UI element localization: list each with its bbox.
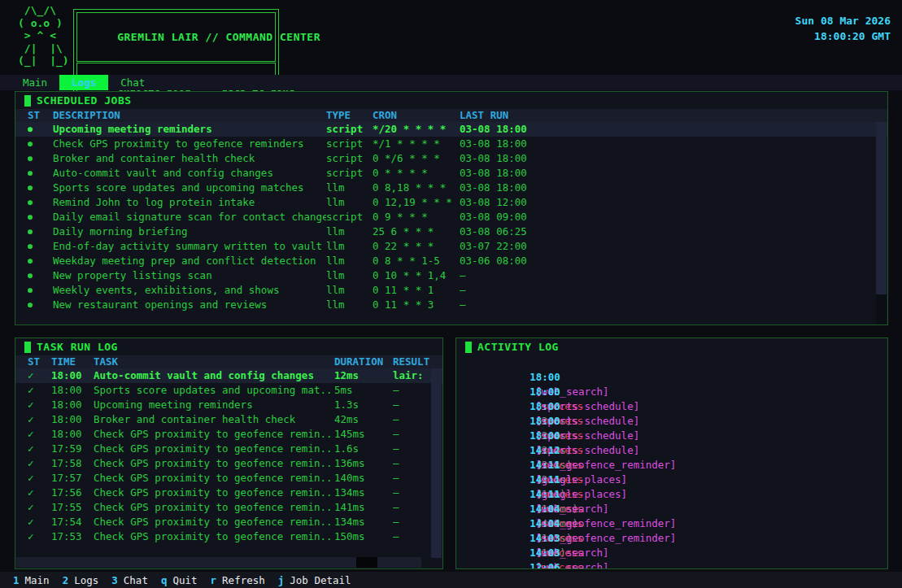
- activity-time: 18:00: [529, 371, 560, 383]
- scheduled-job-row[interactable]: ● Weekday meeting prep and conflict dete…: [15, 254, 887, 268]
- scheduled-job-row[interactable]: ● Upcoming meeting reminders script */20…: [15, 122, 887, 137]
- scheduled-job-row[interactable]: ● Daily morning briefing llm 25 6 * * * …: [15, 224, 887, 239]
- job-description: New restaurant openings and reviews: [53, 298, 326, 312]
- shortcut-key: 3: [111, 574, 118, 586]
- task-time: 18:00: [51, 383, 94, 398]
- jobs-vertical-scrollbar[interactable]: [876, 122, 887, 324]
- shortcut-label: Job Detail: [290, 574, 351, 586]
- shortcut-key: 1: [13, 574, 20, 586]
- col-duration: DURATION: [334, 355, 393, 368]
- job-type: llm: [326, 224, 373, 239]
- task-run-row[interactable]: ✓ 18:00 Broker and container health chec…: [15, 412, 442, 427]
- job-cron: 0 */6 * * *: [373, 151, 460, 166]
- task-run-row[interactable]: ✓ 18:00 Check GPS proximity to geofence …: [15, 427, 442, 442]
- col-st: ST: [28, 355, 51, 368]
- task-run-row[interactable]: ✓ 18:00 Sports score updates and upcomin…: [15, 383, 442, 398]
- shortcut-label: Chat: [124, 574, 148, 586]
- scrollbar-thumb[interactable]: [356, 557, 377, 568]
- job-status-icon: ●: [28, 195, 53, 210]
- footer-shortcut[interactable]: qQuit: [155, 574, 204, 586]
- task-run-row[interactable]: ✓ 18:00 Upcoming meeting reminders 1.3s …: [15, 398, 442, 412]
- task-duration: 136ms: [334, 456, 393, 471]
- tab[interactable]: Main: [11, 75, 59, 90]
- task-duration: 145ms: [334, 427, 393, 442]
- task-success-check-icon: ✓: [28, 529, 51, 544]
- task-success-check-icon: ✓: [28, 383, 51, 398]
- footer-keybar: 1Main 2Logs 3Chat qQuit rRefresh jJob De…: [0, 572, 902, 588]
- task-success-check-icon: ✓: [28, 456, 51, 471]
- task-description: Auto-commit vault and config changes: [94, 368, 334, 383]
- scheduled-job-row[interactable]: ● Sports score updates and upcoming matc…: [15, 181, 887, 195]
- scheduled-job-row[interactable]: ● New restaurant openings and reviews ll…: [15, 298, 887, 312]
- task-run-row[interactable]: ✓ 17:53 Check GPS proximity to geofence …: [15, 529, 442, 544]
- task-success-check-icon: ✓: [28, 471, 51, 486]
- job-last-run: 03-08 18:00: [460, 137, 887, 151]
- job-last-run: —: [460, 298, 887, 312]
- scrollbar-thumb[interactable]: [876, 122, 887, 294]
- job-status-icon: ●: [28, 122, 53, 137]
- task-time: 18:00: [51, 427, 94, 442]
- job-status-icon: ●: [28, 166, 53, 181]
- tab[interactable]: Logs: [59, 75, 108, 90]
- panel-accent-block-icon: [24, 342, 31, 353]
- task-run-row[interactable]: ✓ 17:54 Check GPS proximity to geofence …: [15, 515, 442, 529]
- shortcut-key: r: [211, 574, 217, 586]
- activity-time: 18:00: [529, 400, 560, 412]
- job-type: script: [326, 137, 373, 151]
- job-type: llm: [326, 254, 373, 268]
- scheduled-job-row[interactable]: ● Broker and container health check scri…: [15, 151, 887, 166]
- job-cron: 0 8 * * 1-5: [373, 254, 460, 268]
- task-run-row[interactable]: ✓ 17:56 Check GPS proximity to geofence …: [15, 486, 442, 500]
- task-run-row[interactable]: ✓ 18:00 Auto-commit vault and config cha…: [15, 368, 442, 383]
- task-duration: 5ms: [334, 383, 393, 398]
- job-cron: 0 9 * * *: [373, 210, 460, 224]
- scheduled-jobs-panel: SCHEDULED JOBS ST DESCRIPTION TYPE CRON …: [15, 91, 888, 325]
- footer-shortcut[interactable]: 3Chat: [105, 574, 155, 586]
- task-success-check-icon: ✓: [28, 442, 51, 456]
- task-time: 18:00: [51, 398, 94, 412]
- activity-time: 18:00: [529, 429, 560, 442]
- scheduled-job-row[interactable]: ● New property listings scan llm 0 10 * …: [15, 268, 887, 283]
- job-cron: 0 10 * * 1,4: [373, 268, 460, 283]
- task-success-check-icon: ✓: [28, 412, 51, 427]
- task-duration: 42ms: [334, 412, 393, 427]
- task-run-row[interactable]: ✓ 17:59 Check GPS proximity to geofence …: [15, 442, 442, 456]
- task-run-row[interactable]: ✓ 17:55 Check GPS proximity to geofence …: [15, 500, 442, 515]
- task-success-check-icon: ✓: [28, 486, 51, 500]
- footer-shortcut[interactable]: rRefresh: [204, 574, 272, 586]
- task-run-row[interactable]: ✓ 17:58 Check GPS proximity to geofence …: [15, 456, 442, 471]
- scheduled-job-row[interactable]: ● Weekly events, exhibitions, and shows …: [15, 283, 887, 298]
- activity-log-entry[interactable]: 18:00 [web_search] success (2.0s): [456, 355, 887, 370]
- task-success-check-icon: ✓: [28, 427, 51, 442]
- tab[interactable]: Chat: [108, 75, 157, 90]
- tasks-horizontal-scrollbar[interactable]: [16, 557, 421, 568]
- job-description: Daily morning briefing: [53, 224, 326, 239]
- job-description: Daily email signature scan for contact c…: [53, 210, 326, 224]
- job-description: Sports score updates and upcoming matche…: [53, 181, 326, 195]
- scheduled-job-row[interactable]: ● Remind John to log protein intake llm …: [15, 195, 887, 210]
- job-last-run: 03-08 18:00: [460, 181, 887, 195]
- task-time: 18:00: [51, 412, 94, 427]
- scheduled-job-row[interactable]: ● Check GPS proximity to geofence remind…: [15, 137, 887, 151]
- job-last-run: —: [460, 283, 887, 298]
- scheduled-job-row[interactable]: ● Daily email signature scan for contact…: [15, 210, 887, 224]
- shortcut-label: Main: [25, 574, 50, 586]
- activity-time: 12:06: [529, 561, 560, 569]
- footer-shortcut[interactable]: 2Logs: [56, 574, 106, 586]
- panel-title-text: ACTIVITY LOG: [477, 341, 559, 353]
- footer-shortcut[interactable]: jJob Detail: [272, 574, 358, 586]
- footer-shortcut[interactable]: 1Main: [7, 574, 56, 586]
- activity-time: 14:11: [529, 459, 560, 471]
- job-type: llm: [326, 268, 373, 283]
- scheduled-job-row[interactable]: ● End-of-day activity summary written to…: [15, 239, 887, 254]
- tasks-vertical-scrollbar[interactable]: [431, 368, 442, 558]
- task-description: Check GPS proximity to geofence remin...: [94, 442, 334, 456]
- scheduled-job-row[interactable]: ● Auto-commit vault and config changes s…: [15, 166, 887, 181]
- job-description: Remind John to log protein intake: [53, 195, 326, 210]
- scrollbar-thumb[interactable]: [431, 368, 442, 558]
- activity-time: 14:03: [529, 532, 560, 544]
- job-cron: 0 8,18 * * *: [373, 181, 460, 195]
- task-run-row[interactable]: ✓ 17:57 Check GPS proximity to geofence …: [15, 471, 442, 486]
- scheduled-jobs-header-row: ST DESCRIPTION TYPE CRON LAST RUN: [15, 109, 887, 122]
- task-duration: 1.6s: [334, 442, 393, 456]
